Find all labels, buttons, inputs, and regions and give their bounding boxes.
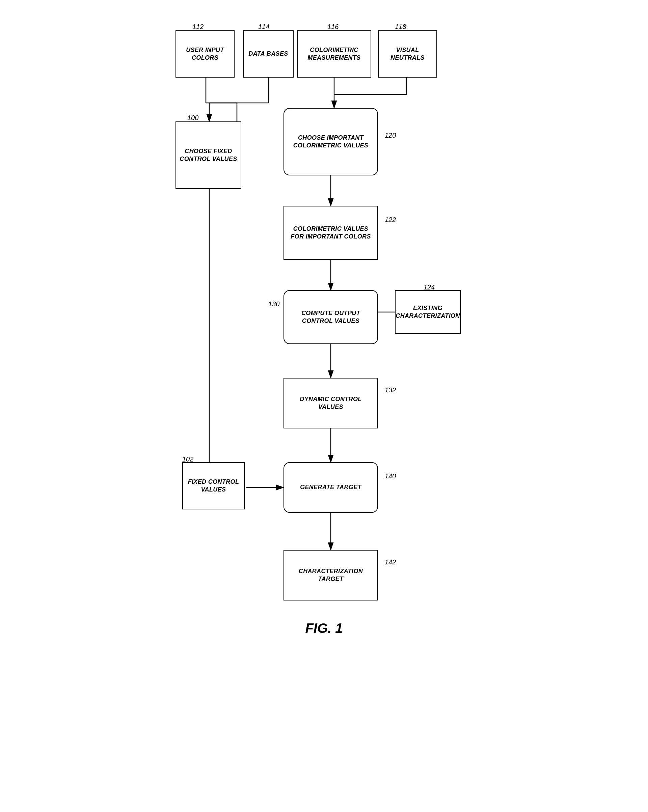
ref-100: 100 bbox=[187, 114, 199, 122]
ref-120: 120 bbox=[385, 131, 396, 139]
colorimetric-values-box: COLORIMETRIC VALUES FOR IMPORTANT COLORS bbox=[283, 206, 378, 260]
generate-target-label: GENERATE TARGET bbox=[300, 484, 361, 491]
data-bases-box: DATA BASES bbox=[243, 31, 293, 78]
dynamic-control-values-label: DYNAMIC CONTROL VALUES bbox=[287, 395, 374, 411]
compute-output-control-values-label: COMPUTE OUTPUT CONTROL VALUES bbox=[287, 309, 374, 325]
colorimetric-values-label: COLORIMETRIC VALUES FOR IMPORTANT COLORS bbox=[287, 225, 374, 241]
ref-118: 118 bbox=[395, 23, 406, 31]
user-input-colors-label: USER INPUT COLORS bbox=[180, 46, 231, 62]
visual-neutrals-box: VISUAL NEUTRALS bbox=[378, 31, 437, 78]
characterization-target-label: CHARACTERIZATION TARGET bbox=[287, 568, 374, 583]
choose-important-colorimetric-values-box: CHOOSE IMPORTANT COLORIMETRIC VALUES bbox=[283, 108, 378, 176]
ref-140: 140 bbox=[385, 472, 396, 480]
user-input-colors-box: USER INPUT COLORS bbox=[176, 31, 235, 78]
ref-122: 122 bbox=[385, 216, 396, 224]
data-bases-label: DATA BASES bbox=[248, 50, 288, 58]
fixed-control-values-label: FIXED CONTROL VALUES bbox=[186, 478, 241, 494]
ref-142: 142 bbox=[385, 558, 396, 566]
existing-characterization-box: EXISTING CHARACTERIZATION bbox=[395, 290, 461, 334]
generate-target-box: GENERATE TARGET bbox=[283, 462, 378, 513]
ref-112: 112 bbox=[193, 23, 203, 31]
fixed-control-values-box: FIXED CONTROL VALUES bbox=[182, 462, 245, 510]
compute-output-control-values-box: COMPUTE OUTPUT CONTROL VALUES bbox=[283, 290, 378, 344]
visual-neutrals-label: VISUAL NEUTRALS bbox=[382, 46, 433, 62]
colorimetric-measurements-label: COLORIMETRIC MEASUREMENTS bbox=[301, 46, 367, 62]
choose-fixed-control-values-label: CHOOSE FIXED CONTROL VALUES bbox=[180, 147, 237, 163]
ref-114: 114 bbox=[258, 23, 269, 31]
ref-116: 116 bbox=[327, 23, 339, 31]
existing-characterization-label: EXISTING CHARACTERIZATION bbox=[396, 304, 460, 320]
ref-130: 130 bbox=[268, 300, 280, 308]
choose-fixed-control-values-box: CHOOSE FIXED CONTROL VALUES bbox=[176, 121, 241, 189]
colorimetric-measurements-box: COLORIMETRIC MEASUREMENTS bbox=[297, 31, 371, 78]
diagram-container: 112 114 116 118 USER INPUT COLORS DATA B… bbox=[172, 14, 476, 789]
figure-label: FIG. 1 bbox=[172, 621, 476, 636]
characterization-target-box: CHARACTERIZATION TARGET bbox=[283, 550, 378, 600]
choose-important-colorimetric-values-label: CHOOSE IMPORTANT COLORIMETRIC VALUES bbox=[287, 134, 374, 150]
dynamic-control-values-box: DYNAMIC CONTROL VALUES bbox=[283, 378, 378, 429]
ref-132: 132 bbox=[385, 386, 396, 394]
